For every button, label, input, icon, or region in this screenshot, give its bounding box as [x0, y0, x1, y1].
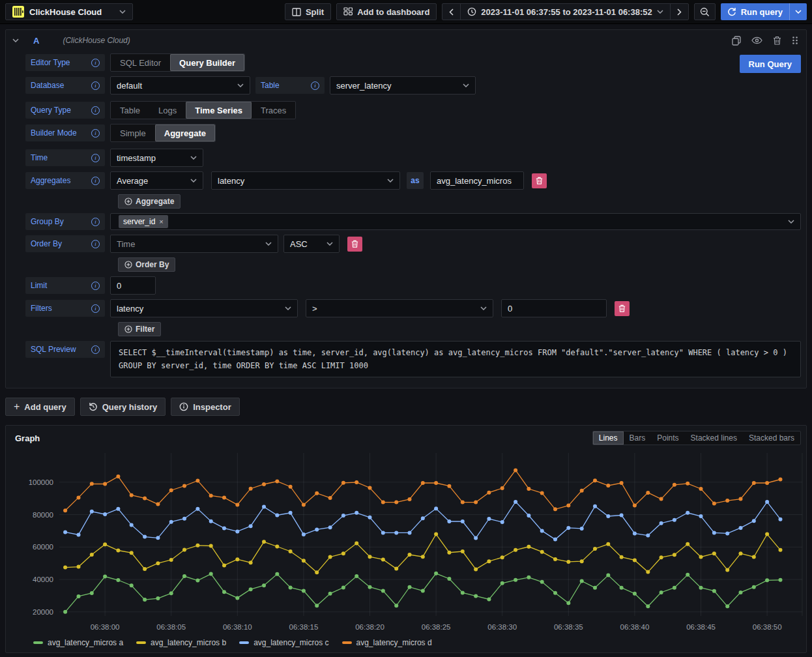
order-by-direction-select[interactable]: ASC: [283, 235, 340, 253]
datasource-picker[interactable]: ClickHouse Cloud: [5, 3, 133, 20]
graph-style-toggle-option[interactable]: Stacked lines: [685, 431, 743, 445]
order-by-field-select[interactable]: Time: [110, 235, 278, 253]
sql-preview-code[interactable]: SELECT $__timeInterval(timestamp) as tim…: [110, 341, 801, 377]
remove-filter-button[interactable]: [615, 301, 630, 316]
chevron-down-icon: [190, 179, 197, 182]
filter-field-select[interactable]: latency: [110, 299, 298, 317]
split-columns-icon: [292, 8, 301, 16]
add-aggregate-button[interactable]: Aggregate: [118, 194, 181, 209]
add-filter-button[interactable]: Filter: [118, 322, 161, 336]
info-icon[interactable]: i: [91, 218, 100, 226]
time-range-group: 2023-11-01 06:37:55 to 2023-11-01 06:38:…: [442, 3, 688, 20]
time-column-select[interactable]: timestamp: [110, 149, 203, 167]
query-type-toggle-option[interactable]: Traces: [252, 102, 295, 119]
info-icon[interactable]: i: [91, 81, 100, 90]
query-type-row: Query Type i TableLogsTime SeriesTraces: [25, 101, 801, 119]
filter-operator-select[interactable]: >: [306, 299, 493, 317]
info-icon[interactable]: i: [311, 81, 319, 90]
editor-type-toggle-option[interactable]: Query Builder: [170, 54, 244, 71]
zoom-out-button[interactable]: [694, 3, 716, 20]
info-icon[interactable]: i: [91, 59, 100, 67]
remove-chip-icon[interactable]: ×: [159, 218, 163, 226]
group-by-chip[interactable]: server_id ×: [119, 215, 168, 228]
query-ref-id[interactable]: A: [33, 36, 39, 46]
hide-response-eye-icon[interactable]: [751, 36, 762, 44]
field-label-text: Editor Type: [31, 58, 91, 67]
x-axis-tick-label: 06:38:25: [422, 623, 451, 631]
info-icon[interactable]: i: [91, 177, 100, 185]
query-type-toggle-option[interactable]: Table: [111, 102, 149, 119]
add-aggregate-label: Aggregate: [136, 197, 174, 206]
graph-panel: Graph LinesBarsPointsStacked linesStacke…: [5, 425, 807, 653]
info-icon[interactable]: i: [91, 154, 100, 162]
limit-input[interactable]: 0: [110, 276, 156, 295]
info-icon[interactable]: i: [91, 282, 100, 290]
add-filter-row: Filter: [25, 322, 801, 336]
legend-swatch: [342, 641, 352, 644]
split-label: Split: [306, 7, 324, 17]
filter-value-input[interactable]: 0: [501, 299, 607, 317]
info-icon[interactable]: i: [91, 106, 100, 115]
aggregate-alias-input[interactable]: avg_latency_micros: [430, 171, 524, 190]
query-history-button[interactable]: Query history: [80, 398, 166, 416]
builder-mode-toggle: SimpleAggregate: [110, 124, 216, 142]
editor-type-toggle-option[interactable]: SQL Editor: [111, 54, 170, 71]
graph-style-toggle-option[interactable]: Stacked bars: [743, 431, 800, 445]
x-axis-tick-label: 06:38:45: [686, 623, 716, 631]
legend-item[interactable]: avg_latency_micros b: [136, 638, 226, 647]
delete-query-trash-icon[interactable]: [773, 36, 781, 45]
time-shift-forward-button[interactable]: [670, 3, 689, 20]
editor-type-label: Editor Type i: [25, 54, 105, 71]
drag-handle-icon[interactable]: [792, 36, 798, 45]
y-axis-tick-label: 40000: [33, 576, 53, 583]
legend-item[interactable]: avg_latency_micros c: [239, 638, 328, 647]
aggregate-function-select[interactable]: Average: [110, 171, 203, 190]
editor-run-query-button[interactable]: Run Query: [740, 55, 801, 73]
split-button[interactable]: Split: [285, 3, 331, 20]
graph-style-toggle-option[interactable]: Bars: [624, 431, 652, 445]
table-label: Table i: [255, 77, 325, 94]
info-icon[interactable]: i: [91, 240, 100, 248]
legend-item[interactable]: avg_latency_micros d: [342, 638, 432, 647]
field-label-text: Query Type: [31, 106, 91, 115]
clock-icon: [467, 7, 476, 16]
query-type-toggle-option[interactable]: Time Series: [186, 102, 252, 119]
table-select[interactable]: server_latency: [330, 76, 476, 95]
query-type-toggle-option[interactable]: Logs: [149, 102, 186, 119]
database-select-value: default: [117, 81, 237, 91]
field-label-text: Time: [31, 153, 91, 162]
legend-item[interactable]: avg_latency_micros a: [33, 638, 123, 647]
collapse-chevron-icon[interactable]: [12, 38, 19, 42]
time-shift-back-button[interactable]: [442, 3, 461, 20]
datasource-name: ClickHouse Cloud: [29, 7, 114, 17]
inspector-button[interactable]: Inspector: [171, 398, 240, 416]
order-by-row: Order By i Time ASC: [25, 235, 801, 253]
x-axis-tick-label: 06:38:20: [355, 623, 384, 631]
legend-label: avg_latency_micros b: [151, 638, 226, 647]
info-icon[interactable]: i: [91, 345, 100, 354]
run-query-dropdown[interactable]: [789, 3, 807, 20]
group-by-multiselect[interactable]: server_id ×: [110, 213, 801, 230]
group-by-row: Group By i server_id ×: [25, 213, 801, 230]
remove-aggregate-button[interactable]: [532, 173, 547, 188]
builder-mode-toggle-option[interactable]: Simple: [111, 124, 155, 141]
remove-order-by-button[interactable]: [347, 237, 362, 252]
time-series-chart[interactable]: 2000040000600008000010000006:38:0006:38:…: [6, 445, 807, 638]
editor-type-row: Editor Type i SQL EditorQuery Builder: [25, 53, 801, 72]
info-icon[interactable]: i: [91, 304, 100, 313]
graph-style-toggle-option[interactable]: Points: [651, 431, 684, 445]
database-select[interactable]: default: [110, 76, 250, 95]
add-order-by-label: Order By: [136, 260, 169, 269]
add-order-by-button[interactable]: Order By: [118, 257, 175, 272]
duplicate-query-icon[interactable]: [732, 36, 741, 46]
builder-mode-toggle-option[interactable]: Aggregate: [155, 124, 215, 141]
run-query-button[interactable]: Run query: [721, 7, 789, 17]
add-query-button[interactable]: + Add query: [5, 398, 75, 416]
info-icon[interactable]: i: [91, 129, 100, 138]
time-range-picker[interactable]: 2023-11-01 06:37:55 to 2023-11-01 06:38:…: [460, 3, 670, 20]
aggregate-column-select[interactable]: latency: [211, 171, 400, 190]
editor-type-toggle: SQL EditorQuery Builder: [110, 53, 245, 72]
add-aggregate-row: Aggregate: [25, 194, 801, 209]
add-to-dashboard-button[interactable]: Add to dashboard: [336, 3, 437, 20]
graph-style-toggle-option[interactable]: Lines: [593, 431, 624, 445]
